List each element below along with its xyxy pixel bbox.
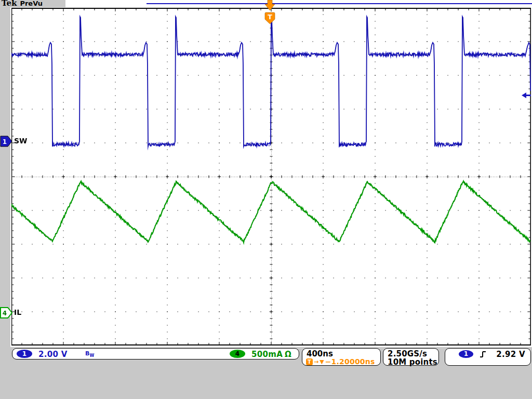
status-bar: 1 2.00 V BW 4 500mA Ω 400ns T → ▼ −1.200… — [0, 347, 532, 399]
ch4-scale-readout: 500mA — [251, 350, 283, 359]
vertical-readout-box[interactable]: 1 2.00 V BW 4 500mA Ω — [12, 348, 299, 360]
horizontal-readout-box[interactable]: 400ns T → ▼ −1.20000ns — [302, 348, 381, 366]
oscilloscope-screen: Tek PreVu T 1 SW 4 IL 1 2.00 V BW 4 500m… — [0, 0, 532, 399]
ch4-marker-number: 4 — [3, 310, 7, 317]
record-view-line — [147, 3, 532, 4]
trigger-t-icon: T — [306, 358, 313, 365]
ch1-bandwidth-indicator: BW — [85, 350, 94, 358]
logo-tab: Tek PreVu — [0, 0, 65, 7]
ch1-marker-number: 1 — [3, 138, 7, 145]
ch4-waveform-label: IL — [14, 308, 21, 316]
ch1-badge[interactable]: 1 — [17, 350, 32, 358]
tek-logo: Tek — [2, 0, 17, 7]
trigger-position-value: −1.20000ns — [325, 357, 375, 366]
trigger-source-badge: 1 — [459, 350, 473, 358]
ch1-scale-readout: 2.00 V — [38, 350, 68, 359]
left-margin — [0, 7, 10, 347]
trigger-flag-letter: T — [268, 13, 272, 21]
ch4-badge[interactable]: 4 — [230, 350, 245, 358]
arrow-right-icon: → — [314, 358, 318, 365]
acquisition-readout-box[interactable]: 2.50GS/s 10M points — [383, 348, 439, 366]
record-length-readout: 10M points — [388, 357, 437, 367]
trigger-flag-icon[interactable]: T — [263, 12, 277, 25]
position-marker-icon: ▼ — [320, 358, 324, 365]
ch4-ground-marker[interactable]: 4 — [0, 307, 13, 318]
ch4-coupling-readout: Ω — [285, 350, 291, 359]
graticule-waveform-canvas — [11, 8, 531, 345]
trigger-level-arrow-icon[interactable] — [521, 91, 531, 99]
acquisition-status: PreVu — [20, 0, 43, 7]
ch1-ground-marker[interactable]: 1 — [0, 136, 13, 147]
rising-edge-icon — [480, 350, 488, 358]
trigger-position-readout: T → ▼ −1.20000ns — [306, 357, 375, 366]
ch1-waveform-label: SW — [14, 137, 28, 145]
trigger-position-arrow-icon[interactable] — [262, 0, 278, 11]
trigger-readout-box[interactable]: 1 2.92 V — [445, 348, 531, 366]
trigger-level-readout: 2.92 V — [496, 350, 525, 359]
